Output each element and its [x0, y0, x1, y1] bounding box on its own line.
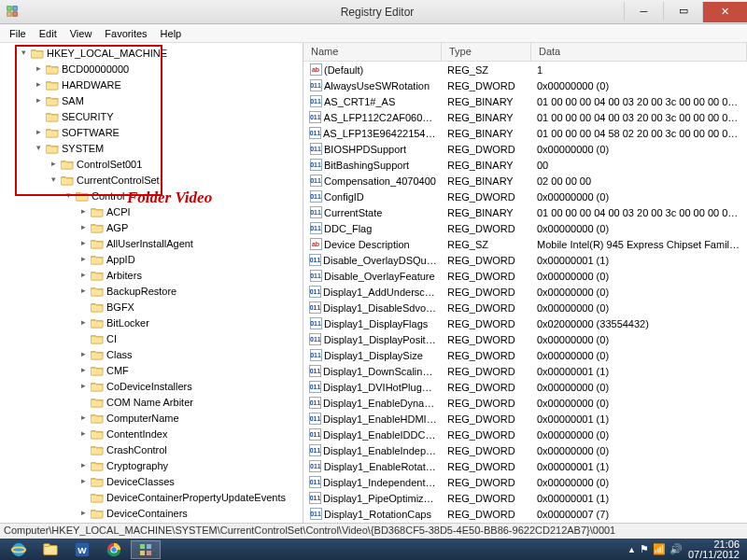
expand-icon[interactable]: ▸ — [34, 79, 44, 90]
value-row[interactable]: 011Display1_IndependentRotationREG_DWORD… — [303, 474, 747, 490]
value-row[interactable]: 011Display1_DVIHotPlugWAFlagREG_DWORD0x0… — [303, 379, 747, 395]
value-row[interactable]: 011ConfigIDREG_DWORD0x00000000 (0) — [303, 189, 747, 204]
tree-node[interactable]: ▾SYSTEM — [0, 140, 303, 156]
expand-icon[interactable]: ▸ — [78, 222, 89, 232]
menu-file[interactable]: File — [4, 26, 32, 41]
tree-node[interactable]: ▸ComputerName — [0, 410, 303, 426]
menu-help[interactable]: Help — [155, 26, 188, 41]
value-row[interactable]: 011Display1_EnableIndependentR...REG_DWO… — [303, 442, 747, 458]
value-row[interactable]: 011Disable_OverlayFeatureREG_DWORD0x0000… — [303, 268, 747, 284]
value-row[interactable]: 011Display1_EnableIDDC_WAREG_DWORD0x0000… — [303, 427, 747, 442]
word-icon[interactable]: W — [67, 540, 97, 559]
tray-up-icon[interactable]: ▲ — [627, 545, 636, 554]
tree-node[interactable]: CI — [0, 330, 303, 346]
value-row[interactable]: 011Display1_AddUnderscanPercen...REG_DWO… — [303, 284, 747, 300]
expand-icon[interactable]: ▸ — [49, 159, 59, 169]
expand-icon[interactable]: ▸ — [78, 365, 89, 375]
tree-node[interactable]: ▸Class — [0, 346, 303, 362]
value-row[interactable]: 011Display1_RotationCapsREG_DWORD0x00000… — [303, 506, 747, 522]
tree-node[interactable]: ▸DeviceContainers — [0, 505, 303, 521]
collapse-icon[interactable]: ▾ — [63, 190, 74, 201]
ie-icon[interactable] — [4, 540, 34, 559]
tree-node[interactable]: ▸BackupRestore — [0, 283, 303, 299]
value-row[interactable]: 011Display1_EnableRotationREG_DWORD0x000… — [303, 458, 747, 474]
expand-icon[interactable]: ▸ — [34, 63, 44, 74]
flag-icon[interactable]: ⚑ — [640, 543, 649, 555]
maximize-button[interactable]: ▭ — [663, 2, 702, 21]
regedit-task-icon[interactable] — [131, 540, 161, 559]
expand-icon[interactable]: ▸ — [78, 381, 89, 391]
close-button[interactable]: ✕ — [702, 2, 747, 22]
tree-node[interactable]: ▸DeviceClasses — [0, 473, 303, 489]
value-row[interactable]: 011Display1_DisableSdvoCrtEdidR...REG_DW… — [303, 300, 747, 315]
tree-node[interactable]: ▸AllUserInstallAgent — [0, 235, 303, 251]
tree-node[interactable]: ▸CMF — [0, 362, 303, 378]
collapse-icon[interactable]: ▾ — [49, 175, 59, 185]
tree-node[interactable]: ▸ControlSet001 — [0, 156, 303, 172]
value-row[interactable]: 011Display1_EnableDynamicScalingREG_DWOR… — [303, 395, 747, 411]
col-name[interactable]: Name — [303, 43, 442, 61]
explorer-icon[interactable] — [35, 540, 65, 559]
expand-icon[interactable]: ▸ — [78, 508, 89, 518]
col-type[interactable]: Type — [442, 43, 531, 61]
chrome-icon[interactable] — [99, 540, 129, 559]
value-row[interactable]: 011Display1_DownScalingSupportedREG_DWOR… — [303, 363, 747, 379]
tree-node[interactable]: ▸AppID — [0, 251, 303, 267]
value-row[interactable]: 011Display1_DisplaySizeREG_DWORD0x000000… — [303, 347, 747, 363]
expand-icon[interactable]: ▸ — [78, 206, 89, 217]
expand-icon[interactable]: ▸ — [78, 476, 89, 486]
tree-node[interactable]: ▸DeviceOverrides — [0, 521, 303, 523]
tree-node[interactable]: BGFX — [0, 299, 303, 315]
tree-node[interactable]: ▸CoDeviceInstallers — [0, 378, 303, 394]
expand-icon[interactable]: ▸ — [78, 349, 89, 359]
value-row[interactable]: 011AS_LFP13E964221548D_ASREG_BINARY01 00… — [303, 125, 747, 141]
value-row[interactable]: abDevice DescriptionREG_SZMobile Intel(R… — [303, 236, 747, 252]
tree-node[interactable]: ▾CurrentControlSet — [0, 172, 303, 188]
tree-node[interactable]: ▾Control — [0, 188, 303, 203]
expand-icon[interactable]: ▸ — [78, 286, 89, 296]
value-row[interactable]: 011Display1_DisplayFlagsREG_DWORD0x02000… — [303, 315, 747, 331]
value-row[interactable]: 011DDC_FlagREG_DWORD0x00000000 (0) — [303, 220, 747, 236]
tree-node[interactable]: ▸SOFTWARE — [0, 124, 303, 140]
menu-favorites[interactable]: Favorites — [99, 26, 152, 41]
values-panel[interactable]: Name Type Data ab(Default)REG_SZ1011Alwa… — [303, 43, 747, 523]
tree-node[interactable]: DeviceContainerPropertyUpdateEvents — [0, 489, 303, 505]
clock[interactable]: 21:06 07/11/2012 — [688, 539, 743, 560]
expand-icon[interactable]: ▸ — [78, 270, 89, 280]
tree-node[interactable]: ▸ContentIndex — [0, 426, 303, 441]
tree-node[interactable]: ▸HARDWARE — [0, 77, 303, 92]
menu-edit[interactable]: Edit — [34, 26, 63, 41]
expand-icon[interactable]: ▸ — [78, 413, 89, 423]
value-row[interactable]: ab(Default)REG_SZ1 — [303, 62, 747, 77]
expand-icon[interactable]: ▸ — [78, 460, 89, 470]
value-row[interactable]: 011AS_LFP112C2AF060_ASREG_BINARY01 00 00… — [303, 109, 747, 125]
tree-node[interactable]: ▸BCD00000000 — [0, 61, 303, 77]
tree-node[interactable]: COM Name Arbiter — [0, 394, 303, 410]
expand-icon[interactable]: ▸ — [78, 428, 89, 439]
collapse-icon[interactable]: ▾ — [19, 48, 29, 58]
network-icon[interactable]: 📶 — [653, 543, 666, 555]
tree-node[interactable]: ▸BitLocker — [0, 315, 303, 330]
value-row[interactable]: 011Display1_EnableHDMICEATimi...REG_DWOR… — [303, 411, 747, 427]
value-row[interactable]: 011Compensation_4070400REG_BINARY02 00 0… — [303, 173, 747, 189]
tree-node[interactable]: ▸AGP — [0, 219, 303, 235]
tree-node[interactable]: ▸Cryptography — [0, 457, 303, 473]
value-row[interactable]: 011Display1_DisplayPositionREG_DWORD0x00… — [303, 331, 747, 347]
collapse-icon[interactable]: ▾ — [34, 143, 44, 153]
expand-icon[interactable]: ▸ — [34, 127, 44, 137]
tree-node[interactable]: ▸Arbiters — [0, 267, 303, 283]
tree-node[interactable]: CrashControl — [0, 441, 303, 457]
value-row[interactable]: 011BIOSHPDSupportREG_DWORD0x00000000 (0) — [303, 141, 747, 157]
value-row[interactable]: 011Display1_UID1REG_DWORD0x04070400 (675… — [303, 522, 747, 523]
expand-icon[interactable]: ▸ — [78, 238, 89, 248]
col-data[interactable]: Data — [531, 43, 747, 61]
expand-icon[interactable]: ▸ — [34, 95, 44, 105]
expand-icon[interactable]: ▸ — [78, 317, 89, 328]
expand-icon[interactable]: ▸ — [78, 254, 89, 264]
tree-node[interactable]: ▸ACPI — [0, 203, 303, 219]
value-row[interactable]: 011AlwaysUseSWRotationREG_DWORD0x0000000… — [303, 77, 747, 93]
value-row[interactable]: 011Display1_PipeOptimizationEna...REG_DW… — [303, 490, 747, 506]
value-row[interactable]: 011AS_CRT1#_ASREG_BINARY01 00 00 00 04 0… — [303, 93, 747, 109]
value-row[interactable]: 011Disable_OverlayDSQualityEnha...REG_DW… — [303, 252, 747, 268]
tree-node[interactable]: ▾HKEY_LOCAL_MACHINE — [0, 45, 303, 61]
